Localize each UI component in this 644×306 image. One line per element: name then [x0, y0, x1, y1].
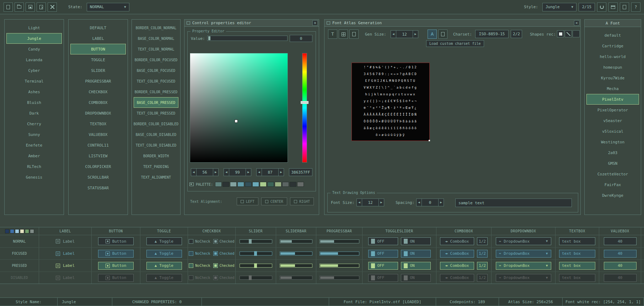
atlas-export-button[interactable]	[349, 30, 359, 39]
control-item[interactable]: DEFAULT	[70, 22, 126, 33]
sliderbar-demo[interactable]	[280, 264, 312, 268]
sliderbar-demo[interactable]	[280, 252, 312, 255]
color-picker-cursor[interactable]	[235, 120, 237, 122]
button-demo[interactable]: Button	[98, 250, 134, 258]
combobox-demo[interactable]: ◂▸ ComboBox	[440, 237, 474, 245]
slider-demo[interactable]	[240, 276, 272, 280]
spinner-increase-button[interactable]: ▶	[379, 199, 384, 206]
property-item[interactable]: TEXT_COLOR_DISABLED	[134, 140, 178, 151]
theme-item[interactable]: Genesis	[6, 172, 62, 183]
property-item[interactable]: TEXT_COLOR_FOCUSED	[134, 76, 178, 86]
property-item[interactable]: BASE_COLOR_NORMAL	[134, 33, 178, 44]
checkbox-unchecked-demo[interactable]: NoCheck	[189, 275, 210, 280]
sample-text-input[interactable]	[455, 199, 572, 207]
theme-item[interactable]: Amber	[6, 151, 62, 161]
font-item[interactable]: v5loxical	[586, 126, 639, 137]
valuebox-demo[interactable]: 40	[604, 250, 637, 258]
toggle-demo[interactable]: ▲ Toggle	[146, 237, 182, 245]
green-value[interactable]: 99	[229, 168, 246, 176]
toggleslider-off-demo[interactable]: OFF	[368, 237, 398, 245]
combobox-index[interactable]: 1/2	[477, 274, 488, 282]
theme-item[interactable]: Sunny	[6, 129, 62, 140]
properties-editor-titlebar[interactable]: Control properties editor ×	[184, 20, 319, 27]
property-item[interactable]: BORDER_COLOR_FOCUSED	[134, 54, 178, 65]
spinner-decrease-button[interactable]: ◀	[416, 199, 422, 206]
spinner-decrease-button[interactable]: ◀	[191, 168, 197, 176]
header-color-swatch[interactable]	[30, 229, 34, 233]
close-window-button[interactable]: ×	[574, 20, 579, 26]
style-index-box[interactable]: 2/15	[579, 3, 595, 11]
button-demo[interactable]: Button	[98, 274, 134, 282]
theme-item[interactable]: Light	[6, 22, 62, 33]
dropdownbox-demo[interactable]: ≡ DropdownBox ▼	[496, 262, 551, 270]
spinner-decrease-button[interactable]: ◀	[356, 199, 362, 206]
control-item[interactable]: PROGRESSBAR	[70, 76, 126, 86]
header-color-swatch[interactable]	[15, 229, 19, 233]
checkbox-checked-demo[interactable]: Checked	[213, 251, 235, 256]
spinner-increase-button[interactable]: ▶	[213, 168, 219, 176]
button-demo[interactable]: Button	[98, 237, 134, 245]
align-left-button[interactable]: LEFT	[237, 197, 258, 205]
theme-item[interactable]: Cherry	[6, 118, 62, 129]
load-charset-button[interactable]: A	[428, 30, 437, 39]
toggle-demo[interactable]: ▲ Toggle	[146, 250, 182, 258]
align-center-button[interactable]: CENTER	[261, 197, 287, 205]
combobox-demo[interactable]: ◂▸ ComboBox	[440, 274, 474, 282]
sliderbar-demo[interactable]	[280, 276, 312, 280]
property-item[interactable]: TEXT_ALIGNMENT	[134, 172, 178, 183]
style-dropdown[interactable]: Jungle ▼	[542, 3, 576, 11]
font-item[interactable]: PixelIntv	[586, 94, 639, 105]
control-item[interactable]: LABEL	[70, 33, 126, 44]
valuebox-demo[interactable]: 40	[604, 262, 637, 270]
font-item[interactable]: homespun	[586, 62, 639, 73]
checkbox-unchecked-demo[interactable]: NoCheck	[189, 263, 210, 268]
theme-item[interactable]: Cyber	[6, 65, 62, 76]
toggleslider-off-demo[interactable]: OFF	[368, 250, 398, 258]
spinner-increase-button[interactable]: ▶	[246, 168, 251, 176]
toggleslider-on-demo[interactable]: ON	[401, 274, 431, 282]
spinner-decrease-button[interactable]: ◀	[256, 168, 262, 176]
value-slider-knob[interactable]	[208, 36, 210, 40]
control-item[interactable]: BUTTON	[70, 44, 126, 54]
header-color-swatch[interactable]	[25, 229, 29, 233]
textbox-demo[interactable]: text box	[559, 250, 595, 258]
slider-knob[interactable]	[254, 263, 257, 268]
palette-swatch[interactable]	[267, 182, 274, 187]
toggle-demo[interactable]: ▲ Toggle	[146, 274, 182, 282]
font-item[interactable]: hello-world	[586, 51, 639, 62]
property-item[interactable]: TEXT_COLOR_PRESSED	[134, 108, 178, 118]
dropdownbox-demo[interactable]: ≡ DropdownBox ▼	[496, 250, 551, 258]
color-picker[interactable]	[190, 53, 288, 163]
control-item[interactable]: COMBOBOX	[70, 97, 126, 108]
property-item[interactable]: BORDER_WIDTH	[134, 151, 178, 161]
theme-item[interactable]: RLTech	[6, 161, 62, 172]
theme-item[interactable]: Terminal	[6, 76, 62, 86]
theme-item[interactable]: Dark	[6, 108, 62, 118]
save-style-button[interactable]	[26, 2, 35, 12]
combobox-index[interactable]: 1/2	[477, 262, 488, 270]
palette-swatch[interactable]	[237, 182, 244, 187]
theme-item[interactable]: Jungle	[6, 33, 62, 44]
header-color-swatch[interactable]	[10, 229, 14, 233]
checkbox-checked-demo[interactable]: Checked	[213, 239, 235, 244]
style-window-button[interactable]	[608, 2, 618, 12]
control-item[interactable]: TEXTBOX	[70, 118, 126, 129]
export-image-button[interactable]	[620, 2, 629, 12]
textbox-demo[interactable]: text box	[559, 237, 595, 245]
red-value[interactable]: 56	[197, 168, 213, 176]
combobox-demo[interactable]: ◂▸ ComboBox	[440, 262, 474, 270]
header-color-swatch[interactable]	[5, 229, 9, 233]
align-right-button[interactable]: RIGHT	[290, 197, 314, 205]
property-item[interactable]: BORDER_COLOR_DISABLED	[134, 118, 178, 129]
control-item[interactable]: CHECKBOX	[70, 86, 126, 97]
theme-item[interactable]: Bluish	[6, 97, 62, 108]
text-mode-button[interactable]: T	[328, 30, 337, 39]
slider-knob[interactable]	[249, 275, 252, 280]
theme-item[interactable]: Candy	[6, 44, 62, 54]
control-item[interactable]: SLIDER	[70, 65, 126, 76]
spacing-value[interactable]: 0	[422, 199, 438, 206]
toggleslider-on-demo[interactable]: ON	[401, 237, 431, 245]
font-atlas-preview[interactable]: !"#$%&'()*+,-./0123456789:;<=>?@ABCDEFGH…	[351, 63, 430, 141]
property-item[interactable]: TEXT_COLOR_NORMAL	[134, 44, 178, 54]
slider-knob[interactable]	[249, 239, 252, 244]
